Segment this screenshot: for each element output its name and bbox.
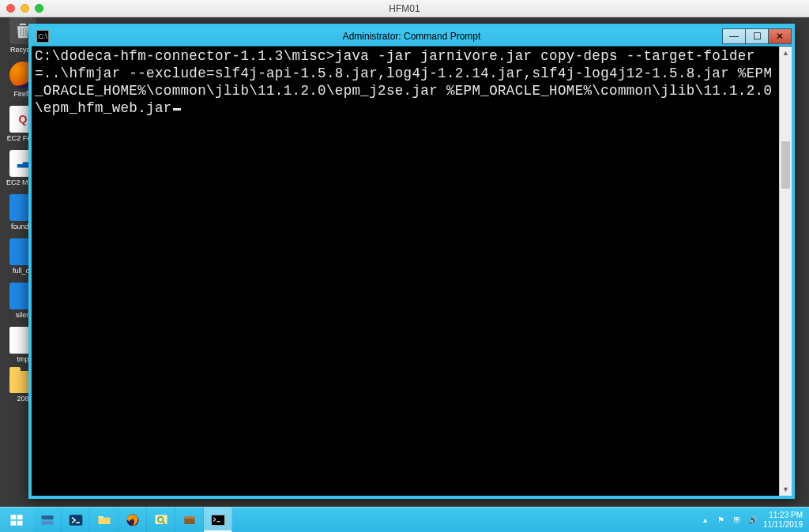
show-hidden-icons-button[interactable]: ▴ xyxy=(700,515,711,526)
system-tray: ▴ ⚑ ⛨ 🔊 11:23 PM 11/11/2019 xyxy=(695,508,809,532)
mac-zoom-button[interactable] xyxy=(35,4,43,13)
windows-desktop: Recycle Firefo Q EC2 Feed ▃▅ EC2 Micro f… xyxy=(0,17,809,507)
scroll-up-arrow[interactable]: ▲ xyxy=(780,47,792,59)
taskbar-item-file-explorer[interactable] xyxy=(90,508,119,532)
svg-rect-4 xyxy=(41,515,53,519)
desktop-icon-label: tmp xyxy=(17,355,28,363)
command-prompt-window: C:\ Administrator: Command Prompt — ☐ ✕ … xyxy=(28,24,795,499)
svg-rect-2 xyxy=(11,520,17,525)
desktop-icon-label: 208 xyxy=(17,395,28,403)
scroll-down-arrow[interactable]: ▼ xyxy=(780,483,792,496)
search-tool-icon xyxy=(153,512,169,528)
mac-minimize-button[interactable] xyxy=(21,4,29,13)
windows-logo-icon xyxy=(9,513,24,527)
close-button[interactable]: ✕ xyxy=(768,28,792,44)
scrollbar-thumb[interactable] xyxy=(781,141,790,189)
firefox-icon xyxy=(125,512,141,528)
command-prompt-body[interactable]: C:\dodeca-hfm-connector-1.1.3\misc>java … xyxy=(32,47,779,496)
mac-window-chrome: HFM01 xyxy=(0,0,809,17)
taskbar-item-search-tool[interactable] xyxy=(147,508,175,532)
command-prompt-title: Administrator: Command Prompt xyxy=(32,31,792,42)
maximize-button[interactable]: ☐ xyxy=(745,28,769,44)
taskbar-item-server-manager[interactable] xyxy=(33,508,62,532)
action-center-icon[interactable]: ⚑ xyxy=(716,515,727,526)
text-cursor xyxy=(173,108,181,111)
start-button[interactable] xyxy=(0,508,33,532)
taskbar-item-command-prompt[interactable] xyxy=(204,508,232,532)
sound-icon[interactable]: 🔊 xyxy=(747,515,758,526)
svg-rect-12 xyxy=(211,515,224,525)
clock-time: 11:23 PM xyxy=(763,511,803,520)
taskbar-item-disk-tool[interactable] xyxy=(175,508,204,532)
svg-rect-3 xyxy=(17,520,23,525)
server-manager-icon xyxy=(40,512,55,528)
command-prompt-titlebar[interactable]: C:\ Administrator: Command Prompt — ☐ ✕ xyxy=(32,27,792,46)
vertical-scrollbar[interactable]: ▲ ▼ xyxy=(779,47,792,496)
clock-date: 11/11/2019 xyxy=(763,520,803,530)
file-explorer-icon xyxy=(96,512,112,528)
prompt-path: C:\dodeca-hfm-connector-1.1.3\misc> xyxy=(35,48,335,64)
minimize-button[interactable]: — xyxy=(722,28,746,44)
svg-rect-1 xyxy=(17,515,23,519)
disk-tool-icon xyxy=(182,512,198,528)
network-icon[interactable]: ⛨ xyxy=(732,515,743,526)
taskbar-spacer xyxy=(232,508,695,532)
mac-close-button[interactable] xyxy=(6,4,15,13)
command-prompt-system-icon[interactable]: C:\ xyxy=(36,30,49,43)
taskbar-item-powershell[interactable] xyxy=(62,508,90,532)
svg-rect-0 xyxy=(11,515,17,519)
mac-window-title: HFM01 xyxy=(0,3,809,14)
svg-rect-8 xyxy=(155,515,167,524)
powershell-icon xyxy=(68,512,84,528)
svg-rect-11 xyxy=(184,516,194,519)
command-prompt-icon xyxy=(210,512,226,528)
windows-taskbar: ▴ ⚑ ⛨ 🔊 11:23 PM 11/11/2019 xyxy=(0,507,809,532)
taskbar-clock[interactable]: 11:23 PM 11/11/2019 xyxy=(763,511,804,529)
taskbar-item-firefox[interactable] xyxy=(119,508,147,532)
svg-rect-5 xyxy=(41,520,53,524)
